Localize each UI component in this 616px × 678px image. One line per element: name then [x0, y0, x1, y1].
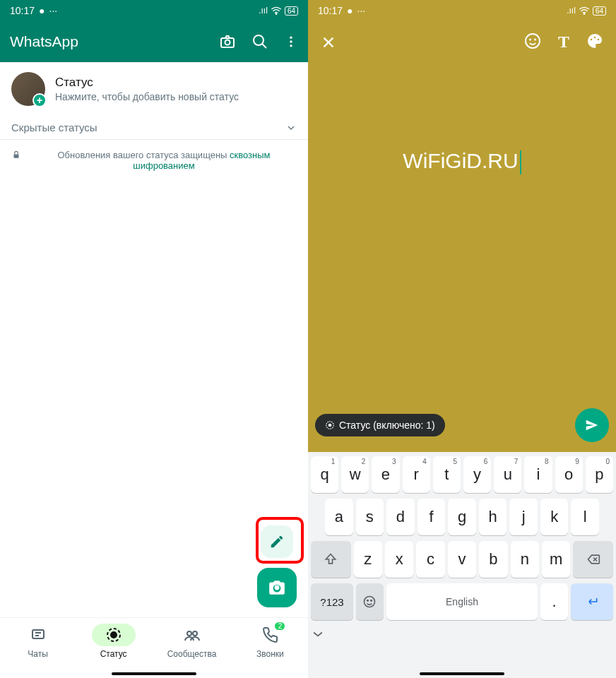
- key-f[interactable]: f: [417, 499, 446, 535]
- svg-point-4: [290, 37, 292, 39]
- whatsapp-status-screen: 10:17 ● ··· .ııl 64 WhatsApp: [0, 0, 308, 678]
- status-title: Статус: [55, 76, 239, 90]
- signal-icon: .ııl: [259, 6, 268, 16]
- key-r[interactable]: r4: [403, 456, 430, 493]
- status-text-value: WiFiGiD.RU: [403, 149, 518, 172]
- key-u[interactable]: u7: [494, 456, 521, 493]
- svg-point-18: [594, 37, 596, 39]
- emoji-icon[interactable]: [524, 32, 541, 52]
- statusbar-time: 10:17: [10, 5, 35, 16]
- key-y[interactable]: y6: [463, 456, 491, 493]
- bottom-nav: Чаты Статус Сообщества 2 Звонки: [0, 617, 308, 678]
- app-header: WhatsApp: [0, 21, 308, 62]
- status-text-input[interactable]: WiFiGiD.RU: [308, 63, 616, 261]
- nav-calls[interactable]: 2 Звонки: [248, 624, 292, 659]
- key-o[interactable]: o9: [555, 456, 583, 493]
- emoji-key[interactable]: [356, 583, 384, 620]
- send-button[interactable]: [575, 408, 609, 442]
- camera-status-button[interactable]: [257, 568, 297, 607]
- audience-chip[interactable]: Статус (включено: 1): [315, 414, 445, 436]
- signal-icon: .ııl: [567, 6, 576, 16]
- home-indicator: [420, 672, 504, 675]
- key-z[interactable]: z: [354, 541, 382, 578]
- nav-status[interactable]: Статус: [92, 624, 136, 659]
- key-c[interactable]: c: [416, 541, 444, 578]
- nav-label: Сообщества: [167, 649, 217, 659]
- svg-point-24: [371, 600, 372, 602]
- lock-icon: [11, 150, 21, 160]
- menu-icon[interactable]: [284, 33, 298, 50]
- key-k[interactable]: k: [540, 499, 569, 535]
- keyboard-collapse-icon[interactable]: [311, 626, 613, 640]
- period-key[interactable]: .: [540, 583, 568, 620]
- statusbar-time: 10:17: [318, 5, 343, 16]
- space-key[interactable]: English: [386, 583, 538, 620]
- statusbar: 10:17 ● ··· .ııl 64: [0, 0, 308, 21]
- nav-label: Чаты: [28, 649, 48, 659]
- more-dots-icon: ···: [357, 5, 366, 16]
- chip-label: Статус (включено: 1): [339, 420, 435, 431]
- svg-point-11: [187, 631, 191, 636]
- my-status-item[interactable]: + Статус Нажмите, чтобы добавить новый с…: [0, 62, 308, 116]
- key-w[interactable]: w2: [341, 456, 369, 493]
- svg-point-2: [225, 40, 230, 45]
- svg-point-3: [254, 35, 263, 45]
- key-v[interactable]: v: [448, 541, 476, 578]
- key-n[interactable]: n: [511, 541, 539, 578]
- key-i[interactable]: i8: [524, 456, 552, 493]
- svg-point-21: [328, 424, 331, 427]
- key-s[interactable]: s: [356, 499, 384, 535]
- key-l[interactable]: l: [571, 499, 599, 535]
- key-b[interactable]: b: [479, 541, 507, 578]
- svg-point-6: [290, 44, 292, 47]
- key-d[interactable]: d: [386, 499, 415, 535]
- svg-point-23: [367, 600, 369, 602]
- encrypt-text: Обновления вашего статуса защищены: [58, 150, 230, 160]
- nav-label: Звонки: [256, 649, 284, 659]
- svg-rect-7: [14, 154, 19, 157]
- key-g[interactable]: g: [448, 499, 476, 535]
- key-x[interactable]: x: [385, 541, 413, 578]
- svg-point-5: [290, 40, 292, 42]
- svg-point-0: [276, 13, 276, 14]
- key-p[interactable]: p0: [586, 456, 613, 493]
- nav-chats[interactable]: Чаты: [16, 624, 60, 659]
- key-j[interactable]: j: [509, 499, 538, 535]
- font-icon[interactable]: T: [558, 32, 569, 52]
- notif-icon: ●: [347, 5, 353, 16]
- chevron-down-icon: [285, 122, 297, 133]
- text-cursor: [520, 150, 521, 174]
- status-subtitle: Нажмите, чтобы добавить новый статус: [55, 91, 239, 102]
- battery-icon: 64: [285, 6, 298, 16]
- key-h[interactable]: h: [479, 499, 507, 535]
- key-a[interactable]: a: [325, 499, 353, 535]
- home-indicator: [112, 672, 196, 675]
- key-e[interactable]: e3: [372, 456, 399, 493]
- svg-point-9: [111, 632, 117, 638]
- muted-statuses-header[interactable]: Скрытые статусы: [0, 116, 308, 139]
- svg-point-19: [598, 39, 600, 41]
- enter-key[interactable]: [571, 583, 613, 620]
- camera-icon[interactable]: [219, 33, 236, 50]
- keyboard: q1w2e3r4t5y6u7i8o9p0 asdfghjkl zxcvbnm ?…: [308, 452, 616, 678]
- shift-key[interactable]: [311, 541, 351, 578]
- add-status-icon: +: [32, 93, 47, 107]
- key-t[interactable]: t5: [433, 456, 461, 493]
- svg-point-12: [193, 631, 197, 636]
- backspace-key[interactable]: [573, 541, 613, 578]
- svg-rect-8: [32, 630, 44, 638]
- symbols-key[interactable]: ?123: [311, 583, 353, 620]
- close-icon[interactable]: [321, 35, 336, 50]
- search-icon[interactable]: [251, 33, 268, 50]
- battery-icon: 64: [593, 6, 606, 16]
- color-icon[interactable]: [586, 32, 603, 52]
- wifi-icon: [579, 6, 590, 15]
- text-status-editor: 10:17 ● ··· .ııl 64 T WiFiGiD.RU: [308, 0, 616, 678]
- key-q[interactable]: q1: [311, 456, 338, 493]
- nav-community[interactable]: Сообщества: [167, 624, 217, 659]
- app-title: WhatsApp: [10, 33, 78, 50]
- key-m[interactable]: m: [542, 541, 570, 578]
- svg-point-13: [584, 13, 584, 14]
- edit-text-status-button[interactable]: [261, 525, 293, 558]
- svg-point-16: [534, 39, 536, 41]
